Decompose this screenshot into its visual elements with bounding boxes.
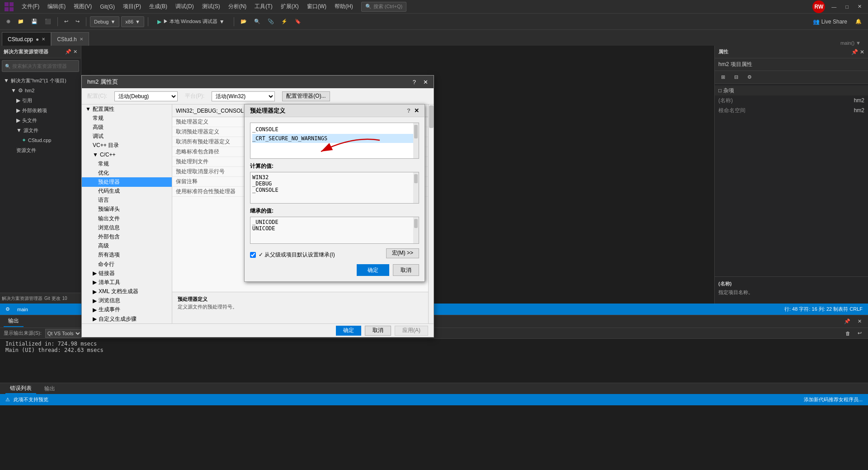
tab-output[interactable]: 输出: [4, 316, 24, 327]
menu-tools[interactable]: 工具(T): [251, 2, 276, 11]
new-file-btn[interactable]: ⊕: [4, 16, 13, 27]
tree-build-events[interactable]: ▶ 生成事件: [82, 305, 172, 314]
tree-cstud-cpp[interactable]: ✦ CStud.cpp: [0, 135, 81, 145]
sidebar-pin-icon[interactable]: 📌: [65, 49, 71, 55]
tree-cmdline[interactable]: 命令行: [82, 260, 172, 269]
tab-output2[interactable]: 输出: [40, 383, 60, 394]
tree-general[interactable]: 常规: [82, 114, 172, 123]
dialog-input-area[interactable]: _CONSOLE _CRT_SECURE_NO_WARNINGS: [250, 123, 419, 159]
tree-manifest[interactable]: ▶ 清单工具: [82, 278, 172, 287]
menu-debug[interactable]: 调试(D): [172, 2, 198, 11]
tree-debug[interactable]: 调试: [82, 132, 172, 141]
live-share-btn[interactable]: 👥 Live Share: [813, 19, 847, 25]
sidebar-search-box[interactable]: 🔍 搜索解决方案资源管理器: [2, 60, 79, 72]
maximize-btn[interactable]: □: [843, 1, 851, 12]
props-category-btn[interactable]: ⊟: [731, 72, 741, 83]
dialog-close-icon[interactable]: ✕: [414, 107, 419, 114]
menu-project[interactable]: 项目(P): [119, 2, 145, 11]
tab-cstud-cpp[interactable]: CStud.cpp ● ✕: [2, 32, 51, 46]
props-ok-btn[interactable]: 确定: [336, 326, 361, 336]
macro-btn[interactable]: 宏(M) >>: [386, 248, 419, 258]
tree-advanced[interactable]: 高级: [82, 123, 172, 132]
menu-extensions[interactable]: 扩展(X): [277, 2, 302, 11]
minimize-btn[interactable]: —: [829, 1, 839, 12]
output-source-select[interactable]: Qt VS Tools: [45, 329, 82, 338]
tree-cpp-general[interactable]: 常规: [82, 159, 172, 168]
save-btn[interactable]: 💾: [28, 16, 40, 27]
output-close-btn[interactable]: ✕: [855, 316, 864, 327]
platform-dropdown[interactable]: x86 ▼: [121, 16, 144, 27]
tree-all-opts[interactable]: 所有选项: [82, 251, 172, 260]
tree-optimize[interactable]: 优化: [82, 168, 172, 177]
tree-hm2[interactable]: ▼ ⚙ hm2: [0, 85, 81, 95]
platform-select[interactable]: 活动(Win32): [212, 91, 275, 101]
dialog-input-scrollbar[interactable]: [413, 123, 419, 158]
tab-cstud-h-close[interactable]: ✕: [80, 37, 83, 42]
props-settings-btn[interactable]: ⚙: [745, 72, 755, 83]
window-close-icon[interactable]: ✕: [423, 79, 428, 85]
tree-external-deps[interactable]: ▶ 外部依赖项: [0, 105, 81, 115]
tree-codegen[interactable]: 代码生成: [82, 187, 172, 196]
dialog-inherited-area[interactable]: _UNICODE UNICODE: [250, 217, 419, 244]
tree-references[interactable]: ▶ 引用: [0, 95, 81, 105]
tree-solution[interactable]: ▼ 解决方案"hm2"(1 个项目): [0, 76, 81, 85]
tree-adv[interactable]: 高级: [82, 242, 172, 251]
search-label[interactable]: 搜索 (Ctrl+Q): [373, 3, 402, 10]
open-btn[interactable]: 📁: [15, 16, 27, 27]
right-panel-close[interactable]: ✕: [860, 49, 864, 55]
menu-git[interactable]: Git(G): [96, 3, 118, 11]
dialog-computed-area[interactable]: WIN32 _DEBUG _CONSOLE: [250, 172, 419, 204]
run-btn[interactable]: ▶ ▶ 本地 Windows 调试器 ▼: [152, 16, 230, 28]
bookmark-btn[interactable]: 🔖: [292, 16, 304, 27]
config-dropdown[interactable]: Debug ▼: [90, 16, 119, 27]
inherit-checkbox[interactable]: [250, 252, 256, 258]
right-panel-pin[interactable]: 📌: [851, 49, 858, 55]
dialog-ok-btn[interactable]: 确定: [357, 264, 389, 276]
tree-custom[interactable]: ▶ 自定义生成步骤: [82, 314, 172, 323]
user-avatar[interactable]: RW: [812, 0, 825, 13]
inherited-scrollbar[interactable]: [413, 217, 419, 243]
save-all-btn[interactable]: ⬛: [42, 16, 54, 27]
tab-cstud-cpp-close[interactable]: ✕: [42, 37, 45, 42]
vscroll-thumb[interactable]: [429, 105, 434, 128]
props-vscroll[interactable]: [428, 104, 434, 323]
prop-name-row[interactable]: (名称) hm2: [715, 95, 868, 105]
tree-source[interactable]: ▼ 源文件: [0, 125, 81, 135]
tree-config-props[interactable]: ▼ 配置属性: [82, 104, 172, 114]
computed-scrollbar[interactable]: [413, 172, 419, 203]
notifications-btn[interactable]: 🔔: [853, 16, 864, 27]
help-icon[interactable]: ?: [413, 79, 416, 85]
tree-output[interactable]: 输出文件: [82, 214, 172, 223]
tab-cstud-h[interactable]: CStud.h ✕: [51, 32, 89, 46]
menu-build[interactable]: 生成(B): [146, 2, 171, 11]
perf-btn[interactable]: ⚡: [278, 16, 290, 27]
tab-error-list[interactable]: 错误列表: [5, 383, 36, 394]
redo-btn[interactable]: ↪: [73, 16, 82, 27]
tree-linker[interactable]: ▶ 链接器: [82, 269, 172, 278]
tree-browse2[interactable]: ▶ 浏览信息: [82, 296, 172, 305]
dialog-cancel-btn[interactable]: 取消: [393, 264, 419, 276]
props-cancel-btn[interactable]: 取消: [365, 326, 391, 336]
props-sort-btn[interactable]: ⊞: [718, 72, 728, 83]
tree-resources[interactable]: 资源文件: [0, 145, 81, 155]
dialog-help-icon[interactable]: ?: [407, 107, 410, 114]
search-icon-btn[interactable]: 🔍: [251, 16, 263, 27]
menu-view[interactable]: 视图(V): [70, 2, 95, 11]
config-manager-btn[interactable]: 配置管理器(O)...: [282, 91, 330, 101]
undo-btn[interactable]: ↩: [61, 16, 71, 27]
output-pin-btn[interactable]: 📌: [841, 316, 853, 327]
tree-pch[interactable]: 预编译头: [82, 205, 172, 214]
clear-btn[interactable]: 🗑: [843, 328, 853, 339]
tree-headers[interactable]: ▶ 头文件: [0, 115, 81, 125]
menu-edit[interactable]: 编辑(E): [44, 2, 69, 11]
solution-explorer-tab[interactable]: 解决方案资源管理器: [2, 295, 42, 302]
tree-external[interactable]: 外部包含: [82, 232, 172, 241]
tree-cpp[interactable]: ▼ C/C++: [82, 150, 172, 159]
folder-btn[interactable]: 📂: [238, 16, 250, 27]
config-select[interactable]: 活动(Debug): [114, 91, 178, 101]
menu-file[interactable]: 文件(F): [18, 2, 43, 11]
tree-preprocessor[interactable]: 预处理器: [82, 177, 172, 186]
git-tab[interactable]: Git 更改: [44, 295, 61, 302]
misc-section[interactable]: □ 杂项: [715, 85, 868, 95]
menu-test[interactable]: 测试(S): [198, 2, 224, 11]
